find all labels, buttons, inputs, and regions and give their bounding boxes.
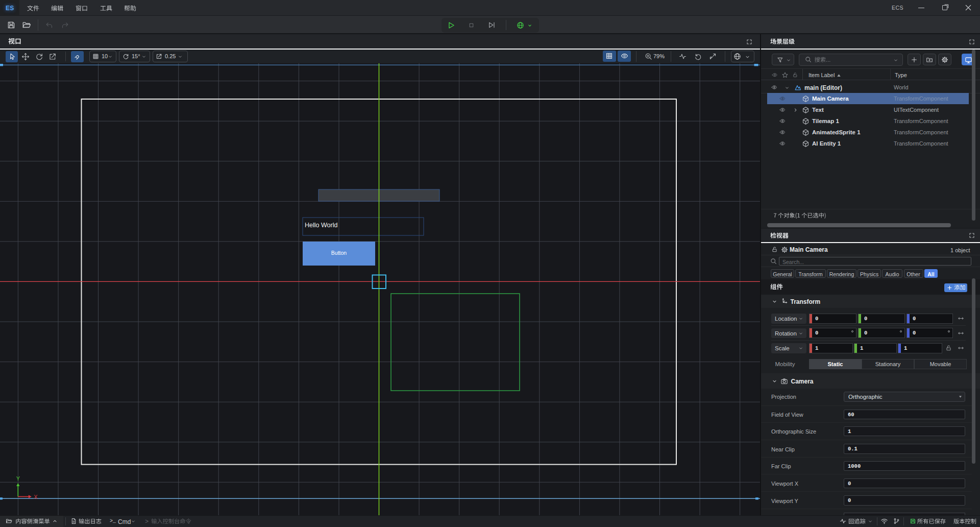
svg-text:Hello World: Hello World <box>305 222 337 229</box>
svg-text:Y: Y <box>16 475 20 482</box>
svg-text:X: X <box>34 494 38 500</box>
svg-text:Button: Button <box>331 250 347 256</box>
